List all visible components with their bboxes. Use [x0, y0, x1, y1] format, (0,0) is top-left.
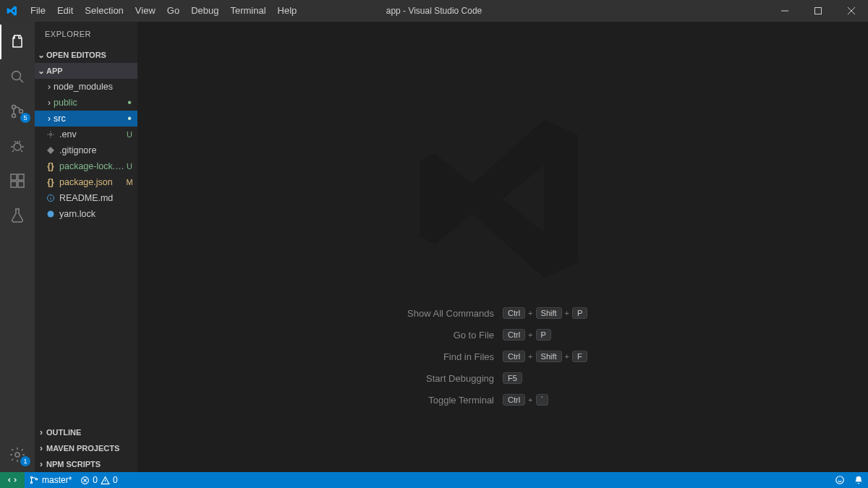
chevron-right-icon: › [36, 459, 46, 469]
file-package-json[interactable]: {} package.json M [35, 174, 137, 190]
file-readme[interactable]: README.md [35, 190, 137, 206]
menu-selection[interactable]: Selection [79, 0, 129, 22]
status-notifications[interactable] [849, 472, 868, 488]
svg-point-5 [14, 143, 21, 150]
warning-count: 0 [113, 475, 118, 485]
activity-search[interactable] [0, 59, 35, 94]
key: P [536, 329, 551, 341]
tree-label: package-lock.json [59, 161, 124, 171]
folder-src[interactable]: › src • [35, 111, 137, 127]
tree-label: package.json [59, 177, 124, 187]
section-maven[interactable]: › MAVEN PROJECTS [35, 440, 137, 456]
svg-point-1 [12, 72, 21, 80]
file-gitignore[interactable]: .gitignore [35, 142, 137, 158]
yarn-icon [45, 208, 56, 220]
cmd-label: Show All Commands [264, 308, 503, 319]
menu-edit[interactable]: Edit [51, 0, 79, 22]
svg-point-3 [12, 114, 16, 118]
editor-area: Show All Commands Ctrl+ Shift+ P Go to F… [137, 22, 868, 472]
folder-node-modules[interactable]: › node_modules [35, 79, 137, 95]
svg-point-13 [48, 211, 54, 218]
titlebar: File Edit Selection View Go Debug Termin… [0, 0, 868, 22]
status-problems[interactable]: 0 0 [76, 472, 122, 488]
tree-label: .env [59, 129, 124, 140]
tree-label: README.md [59, 193, 137, 203]
section-npm[interactable]: › NPM SCRIPTS [35, 456, 137, 472]
menu-file[interactable]: File [25, 0, 51, 22]
remote-indicator[interactable] [0, 472, 25, 488]
statusbar: master* 0 0 [0, 472, 868, 488]
json-icon: {} [45, 176, 56, 188]
cmd-debug: Start Debugging F5 [137, 372, 868, 384]
activity-explorer[interactable] [0, 25, 35, 59]
file-package-lock[interactable]: {} package-lock.json U [35, 158, 137, 174]
svg-point-15 [30, 481, 32, 483]
svg-rect-8 [18, 181, 24, 187]
minimize-button[interactable] [768, 0, 801, 22]
section-outline[interactable]: › OUTLINE [35, 424, 137, 440]
section-app[interactable]: ⌄ APP [35, 63, 137, 79]
menu-terminal[interactable]: Terminal [224, 0, 271, 22]
close-button[interactable] [835, 0, 868, 22]
maximize-button[interactable] [801, 0, 835, 22]
cmd-show-all: Show All Commands Ctrl+ Shift+ P [137, 307, 868, 319]
error-count: 0 [93, 475, 98, 485]
menu-go[interactable]: Go [161, 0, 185, 22]
cmd-terminal: Toggle Terminal Ctrl+ ` [137, 394, 868, 406]
git-status-untracked: U [124, 162, 135, 171]
folder-public[interactable]: › public • [35, 95, 137, 111]
branch-name: master* [42, 475, 72, 485]
gear-icon [45, 129, 56, 140]
file-env[interactable]: .env U [35, 127, 137, 142]
git-status-modified: M [124, 178, 135, 187]
json-icon: {} [45, 160, 56, 172]
svg-point-4 [20, 110, 23, 114]
status-feedback[interactable] [830, 472, 849, 488]
svg-rect-7 [11, 181, 17, 187]
svg-point-11 [50, 134, 52, 136]
cmd-label: Find in Files [264, 351, 503, 362]
window-controls [768, 0, 868, 22]
file-icon [45, 145, 56, 156]
cmd-label: Start Debugging [264, 373, 503, 384]
welcome-commands: Show All Commands Ctrl+ Shift+ P Go to F… [137, 307, 868, 406]
tree-label: public [54, 98, 124, 108]
tree-label: yarn.lock [59, 209, 137, 219]
svg-point-18 [836, 476, 844, 484]
section-open-editors[interactable]: ⌄ OPEN EDITORS [35, 47, 137, 63]
activity-debug[interactable] [0, 129, 35, 163]
main: 5 1 EXPLORER ⌄ OPEN EDITORS ⌄ [0, 22, 868, 472]
scm-badge: 5 [20, 113, 30, 123]
chevron-right-icon: › [36, 443, 46, 453]
menubar: File Edit Selection View Go Debug Termin… [25, 0, 302, 22]
cmd-goto-file: Go to File Ctrl+ P [137, 329, 868, 341]
key: Ctrl [503, 307, 525, 319]
section-label: APP [46, 67, 63, 75]
activity-extensions[interactable] [0, 163, 35, 198]
settings-badge: 1 [20, 456, 30, 466]
chevron-down-icon: ⌄ [36, 50, 46, 60]
activity-scm[interactable]: 5 [0, 94, 35, 129]
menu-help[interactable]: Help [272, 0, 303, 22]
tree-label: .gitignore [59, 145, 137, 155]
key: Ctrl [503, 351, 525, 362]
section-label: OUTLINE [46, 428, 81, 437]
cmd-label: Go to File [264, 330, 503, 341]
svg-rect-9 [18, 174, 24, 180]
activity-testing[interactable] [0, 198, 35, 233]
activity-settings[interactable]: 1 [0, 437, 35, 472]
cmd-keys: Ctrl+ ` [503, 394, 741, 406]
cmd-find-files: Find in Files Ctrl+ Shift+ F [137, 351, 868, 362]
status-branch[interactable]: master* [25, 472, 76, 488]
key: Shift [536, 307, 562, 319]
file-yarn-lock[interactable]: yarn.lock [35, 206, 137, 222]
file-tree: › node_modules › public • › src • .env U… [35, 79, 137, 222]
menu-debug[interactable]: Debug [185, 0, 224, 22]
git-modified-dot: • [124, 100, 135, 106]
tree-label: src [54, 114, 124, 124]
cmd-keys: Ctrl+ P [503, 329, 741, 341]
chevron-down-icon: ⌄ [36, 66, 46, 76]
menu-view[interactable]: View [129, 0, 161, 22]
chevron-right-icon: › [45, 114, 54, 124]
info-icon [45, 192, 56, 204]
